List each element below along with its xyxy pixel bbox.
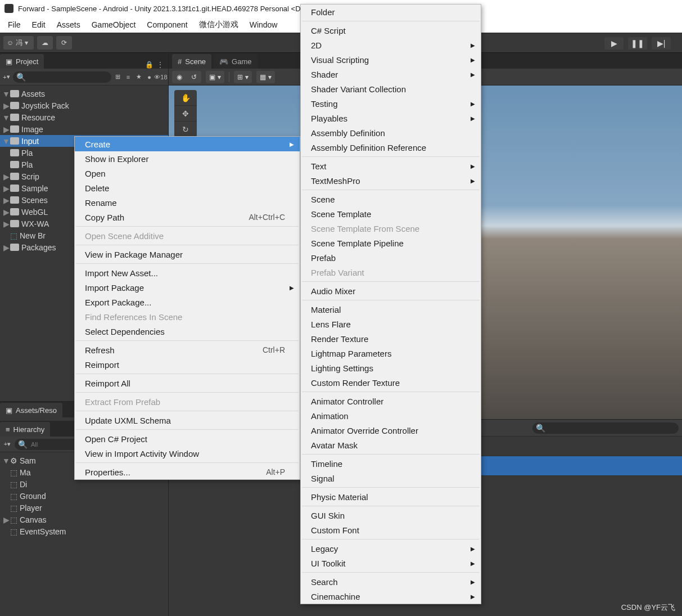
hierarchy-item[interactable]: ⬚Di — [0, 478, 168, 490]
step-button[interactable]: ▶| — [652, 37, 671, 50]
menu-item[interactable]: Cinemachine▶ — [301, 589, 481, 604]
menu-item[interactable]: Animator Controller — [301, 394, 481, 408]
filter-type-icon[interactable]: ⊞ — [114, 72, 122, 82]
menu-gameobject[interactable]: GameObject — [86, 18, 142, 32]
tool-center-icon[interactable]: ◉ — [172, 71, 187, 83]
menu-item[interactable]: Timeline — [301, 456, 481, 471]
hierarchy-add-button[interactable]: +▾ — [2, 439, 12, 449]
menu-item[interactable]: Create▶ — [75, 137, 300, 151]
menu-item[interactable]: Shader▶ — [301, 67, 481, 82]
menu-item[interactable]: Text▶ — [301, 159, 481, 173]
menu-wechat[interactable]: 微信小游戏 — [193, 17, 244, 32]
menu-item[interactable]: Import New Asset... — [75, 266, 300, 280]
favorite-icon[interactable]: ● — [145, 72, 153, 82]
expand-icon[interactable]: ▶ — [2, 219, 10, 228]
rotate-tool[interactable]: ↻ — [174, 122, 197, 137]
pivot-toggle-group[interactable]: ◉ ↺ — [172, 71, 201, 83]
play-button[interactable]: ▶ — [604, 37, 624, 50]
menu-item[interactable]: Show in Explorer — [75, 151, 300, 166]
menu-item[interactable]: Reimport All — [75, 376, 300, 390]
menu-item[interactable]: Delete — [75, 181, 300, 195]
menu-item[interactable]: Open C# Project — [75, 431, 300, 446]
menu-item[interactable]: Avatar Mask — [301, 438, 481, 452]
hierarchy-item[interactable]: ▶⬚Canvas — [0, 514, 168, 525]
menu-item[interactable]: View in Package Manager — [75, 247, 300, 262]
hidden-count[interactable]: 👁18 — [156, 72, 166, 82]
menu-item[interactable]: C# Script — [301, 23, 481, 38]
menu-item[interactable]: Signal — [301, 471, 481, 485]
add-button[interactable]: +▾ — [2, 72, 11, 82]
expand-icon[interactable]: ▼ — [2, 89, 10, 98]
menu-item[interactable]: Select Dependencies — [75, 324, 300, 339]
menu-item[interactable]: Shader Variant Collection — [301, 82, 481, 96]
menu-item[interactable]: Audio Mixer — [301, 284, 481, 298]
menu-item[interactable]: Lighting Settings — [301, 361, 481, 375]
menu-item[interactable]: Visual Scripting▶ — [301, 52, 481, 67]
menu-item[interactable]: TextMeshPro▶ — [301, 173, 481, 188]
expand-icon[interactable]: ▶ — [2, 101, 10, 110]
menu-item[interactable]: Render Texture — [301, 331, 481, 346]
hierarchy-tab[interactable]: ≡ Hierarchy — [0, 422, 50, 437]
menu-item[interactable]: GUI Skin — [301, 508, 481, 523]
expand-icon[interactable]: ▶ — [2, 243, 10, 252]
shading-dropdown[interactable]: ▣▾ — [206, 71, 224, 83]
expand-icon[interactable]: ▶ — [2, 196, 10, 205]
menu-file[interactable]: File — [2, 18, 26, 32]
menu-item[interactable]: Lens Flare — [301, 317, 481, 331]
menu-item[interactable]: Assembly Definition — [301, 125, 481, 140]
snap-dropdown[interactable]: ▦▾ — [256, 71, 275, 83]
menu-item[interactable]: Material — [301, 302, 481, 317]
lock-icon[interactable]: 🔒 — [145, 61, 153, 69]
expand-icon[interactable]: ▼ — [2, 137, 10, 146]
expand-icon[interactable]: ▶ — [2, 172, 10, 181]
menu-item[interactable]: Rename — [75, 195, 300, 210]
tree-row[interactable]: ▶Joystick Pack — [0, 100, 168, 111]
menu-assets[interactable]: Assets — [51, 18, 86, 32]
menu-item[interactable]: Copy PathAlt+Ctrl+C — [75, 210, 300, 224]
menu-item[interactable]: Assembly Definition Reference — [301, 140, 481, 155]
menu-item[interactable]: Animator Override Controller — [301, 423, 481, 438]
tree-row[interactable]: ▶Image — [0, 123, 168, 135]
move-tool[interactable]: ✥ — [174, 106, 197, 122]
menu-item[interactable]: View in Import Activity Window — [75, 446, 300, 461]
menu-item[interactable]: Legacy▶ — [301, 541, 481, 556]
menu-item[interactable]: Prefab — [301, 250, 481, 265]
filter-star-icon[interactable]: ★ — [134, 72, 143, 82]
expand-icon[interactable]: ▼ — [2, 113, 10, 122]
cloud-button[interactable]: ☁ — [37, 36, 53, 50]
hierarchy-item[interactable]: ⬚EventSystem — [0, 525, 168, 537]
console-search-input[interactable] — [548, 424, 675, 432]
menu-item[interactable]: Export Package... — [75, 295, 300, 309]
menu-item[interactable]: Playables▶ — [301, 111, 481, 125]
menu-item[interactable]: Animation — [301, 408, 481, 423]
menu-item[interactable]: RefreshCtrl+R — [75, 343, 300, 357]
scene-tab[interactable]: # Scene — [172, 54, 211, 69]
game-tab[interactable]: 🎮 Game — [214, 54, 257, 69]
menu-edit[interactable]: Edit — [26, 18, 51, 32]
refresh-button[interactable]: ⟳ — [56, 36, 72, 50]
expand-icon[interactable]: ▶ — [2, 184, 10, 193]
menu-item[interactable]: Import Package▶ — [75, 280, 300, 295]
menu-item[interactable]: Properties...Alt+P — [75, 465, 300, 479]
menu-item[interactable]: UI Toolkit▶ — [301, 556, 481, 570]
filter-label-icon[interactable]: ≡ — [124, 72, 133, 82]
expand-icon[interactable]: ▶ — [2, 208, 10, 217]
menu-component[interactable]: Component — [141, 18, 193, 32]
menu-item[interactable]: Lightmap Parameters — [301, 346, 481, 361]
menu-icon[interactable]: ⋮ — [157, 61, 164, 69]
grid-dropdown[interactable]: ⊞▾ — [234, 71, 252, 83]
menu-item[interactable]: Open — [75, 166, 300, 181]
pause-button[interactable]: ❚❚ — [628, 37, 647, 50]
console-search[interactable]: 🔍 — [532, 422, 679, 434]
menu-item[interactable]: Reimport — [75, 357, 300, 372]
menu-item[interactable]: Scene Template — [301, 206, 481, 221]
menu-item[interactable]: Search▶ — [301, 574, 481, 589]
hierarchy-item[interactable]: ⬚Player — [0, 502, 168, 514]
menu-item[interactable]: Scene — [301, 192, 481, 206]
menu-item[interactable]: Scene Template Pipeline — [301, 236, 481, 250]
menu-item[interactable]: Folder — [301, 5, 481, 19]
menu-item[interactable]: Update UXML Schema — [75, 413, 300, 428]
hand-tool[interactable]: ✋ — [174, 90, 197, 106]
expand-icon[interactable]: ▶ — [2, 125, 10, 134]
menu-item[interactable]: 2D▶ — [301, 38, 481, 52]
